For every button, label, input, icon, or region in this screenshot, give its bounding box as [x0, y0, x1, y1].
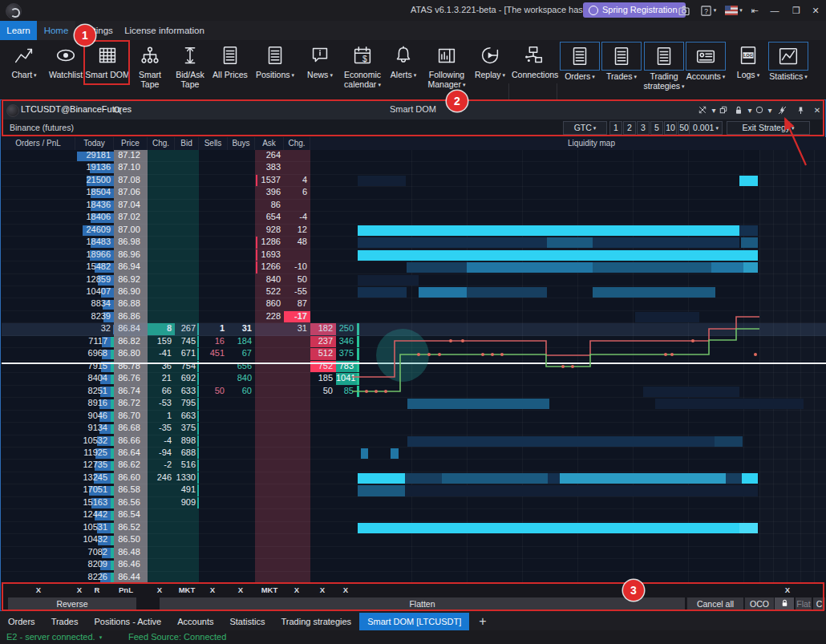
qty-preset-5[interactable]: 5 — [650, 121, 663, 135]
autocenter-flash-icon[interactable] — [775, 103, 788, 116]
toolbar-item-smart-tape[interactable]: Smart Tape — [132, 42, 168, 95]
atas-window: ATAS v6.1.3.221-beta - [The workspace ha… — [0, 0, 826, 644]
toolbar-item-watchlist[interactable]: Watchlist — [47, 42, 85, 95]
bottom-tab-statistics[interactable]: Statistics — [221, 613, 273, 630]
toolbar-item-bid-ask-tape[interactable]: Bid/Ask Tape — [170, 42, 210, 95]
column-header-chg[interactable]: Chg. — [148, 137, 175, 150]
pin-icon[interactable] — [794, 103, 807, 116]
economic-calendar-icon: $ — [343, 42, 382, 69]
toolbar-item-news[interactable]: News▾ — [302, 42, 338, 95]
trading-strategies-icon — [644, 42, 684, 71]
ctrl-x-button[interactable]: X — [238, 585, 243, 596]
toolbar-item-accounts[interactable]: Accounts▾ — [683, 42, 728, 95]
duplicate-icon[interactable] — [717, 103, 730, 116]
svg-text:?: ? — [704, 6, 708, 14]
bottom-tab-orders[interactable]: Orders — [0, 613, 43, 630]
ctrl-x-button[interactable]: X — [210, 585, 215, 596]
language-button[interactable]: ▾ — [722, 3, 746, 18]
toolbar-item-trading-strategies[interactable]: Trading strategies▾ — [643, 42, 685, 95]
qty-preset-2[interactable]: 2 — [623, 121, 636, 135]
reverse-button[interactable]: Reverse — [8, 597, 136, 610]
toolbar-item-economic-calendar[interactable]: $Economic calendar▾ — [340, 42, 385, 95]
toolbar-item-label: Economic calendar▾ — [340, 71, 385, 89]
spring-registration-button[interactable]: Spring Registration — [583, 2, 686, 18]
toolbar-item-positions[interactable]: Positions▾ — [250, 42, 300, 95]
logs-icon: LOG — [730, 42, 767, 69]
column-header-orders-pnl[interactable]: Orders / PnL — [2, 137, 75, 150]
ctrl-pnl-button[interactable]: PnL — [119, 585, 133, 596]
toolbar-item-all-prices[interactable]: All Prices — [212, 42, 249, 95]
chevron-down-icon: ▾ — [792, 125, 795, 131]
ctrl-x-button[interactable]: X — [36, 585, 41, 596]
pin-titlebar-button[interactable]: ⇤ — [746, 3, 763, 18]
help-button[interactable]: ? ▾ — [696, 3, 720, 18]
ctrl-x-button[interactable]: X — [77, 585, 82, 596]
toolbar-item-chart[interactable]: Chart▾ — [3, 42, 45, 95]
ctrl-x-button[interactable]: X — [294, 585, 299, 596]
add-tab-button[interactable]: + — [469, 613, 496, 630]
toolbar-item-logs[interactable]: LOGLogs▾ — [730, 42, 767, 95]
toolbar-item-replay[interactable]: Replay▾ — [472, 42, 508, 95]
oco-button[interactable]: OCO — [744, 597, 774, 610]
toolbar-item-trades[interactable]: Trades▾ — [601, 42, 642, 95]
toolbar-item-label: Alerts▾ — [385, 71, 422, 80]
toolbar-item-following-manager[interactable]: Following Manager▾ — [423, 42, 470, 95]
toolbar-item-orders[interactable]: Orders▾ — [560, 42, 600, 95]
bottom-tab-trades[interactable]: Trades — [43, 613, 87, 630]
column-header-liquidity-map[interactable]: Liquidity map — [357, 137, 826, 150]
c-button[interactable]: C — [813, 597, 825, 610]
ctrl-x-button[interactable]: X — [157, 585, 162, 596]
column-header-chg[interactable]: Chg. — [284, 137, 310, 150]
step-select[interactable]: 0.001▾ — [689, 121, 723, 135]
camera-icon — [678, 4, 690, 17]
toolbar-item-label: News▾ — [302, 71, 338, 80]
flat-button[interactable]: Flat — [796, 597, 812, 610]
ctrl-x-button[interactable]: X — [320, 585, 325, 596]
close-panel-icon[interactable]: ✕ — [811, 103, 824, 116]
ctrl-x-button[interactable]: X — [785, 585, 790, 596]
toolbar-item-smart-dom[interactable]: Smart DOM — [85, 42, 130, 95]
server-status[interactable]: E2 - server connected. ▾ — [6, 632, 102, 642]
tab-learn[interactable]: Learn — [0, 21, 37, 40]
bottom-tab-positions-active[interactable]: Positions - Active — [86, 613, 169, 630]
chevron-down-icon: ▾ — [634, 74, 637, 79]
toolbar-item-alerts[interactable]: Alerts▾ — [385, 42, 422, 95]
cancel-all-button[interactable]: Cancel all — [686, 597, 743, 610]
bottom-tab-smart-dom-ltcusdt[interactable]: Smart DOM [LTCUSDT] — [359, 613, 469, 630]
chevron-down-icon: ▾ — [593, 125, 597, 131]
ctrl-mkt-button[interactable]: MKT — [179, 585, 196, 596]
toolbar-item-label: Trading strategies▾ — [643, 72, 685, 91]
toolbar-item-connections[interactable]: Connections — [512, 42, 555, 95]
ctrl-r-button[interactable]: R — [95, 585, 100, 596]
orders-icon — [560, 42, 600, 71]
dom-ladder[interactable]: 2918187.122641913687.103832150087.081537… — [2, 150, 826, 584]
column-header-today[interactable]: Today — [75, 137, 114, 150]
tif-select[interactable]: GTC▾ — [563, 121, 607, 135]
bottom-tab-accounts[interactable]: Accounts — [169, 613, 221, 630]
smart-dom-header[interactable]: LTCUSDT@BinanceFutures Smart DOM ▾ ▾ ▾ — [2, 101, 824, 119]
minimize-button[interactable]: — — [766, 3, 783, 18]
annotation-badge-3: 3 — [623, 580, 644, 601]
exit-strategy-select[interactable]: Exit Strategy▾ — [727, 121, 810, 135]
tab-license-information[interactable]: License information — [120, 21, 209, 40]
chevron-down-icon[interactable]: ▾ — [763, 103, 776, 116]
tab-home[interactable]: Home — [37, 21, 75, 40]
maximize-button[interactable]: ❒ — [788, 3, 805, 18]
qty-preset-1[interactable]: 1 — [609, 121, 622, 135]
ctrl-x-button[interactable]: X — [343, 585, 348, 596]
column-header-price[interactable]: Price — [114, 137, 148, 150]
column-header-bid[interactable]: Bid — [175, 137, 199, 150]
qty-preset-10[interactable]: 10 — [664, 121, 677, 135]
column-header-buys[interactable]: Buys — [228, 137, 255, 150]
toolbar-item-statistics[interactable]: Statistics▾ — [767, 42, 810, 95]
ctrl-mkt-button[interactable]: MKT — [261, 585, 278, 596]
screenshot-camera-button[interactable] — [675, 3, 693, 18]
close-button[interactable]: ✕ — [807, 3, 824, 18]
bottom-tab-trading-strategies[interactable]: Trading strategies — [273, 613, 359, 630]
flatten-button[interactable]: Flatten — [160, 597, 685, 610]
lock-trading-button[interactable] — [775, 597, 794, 610]
toolbar-item-label: Following Manager▾ — [423, 71, 470, 89]
column-header-ask[interactable]: Ask — [255, 137, 284, 150]
qty-preset-3[interactable]: 3 — [637, 121, 650, 135]
column-header-sells[interactable]: Sells — [199, 137, 228, 150]
